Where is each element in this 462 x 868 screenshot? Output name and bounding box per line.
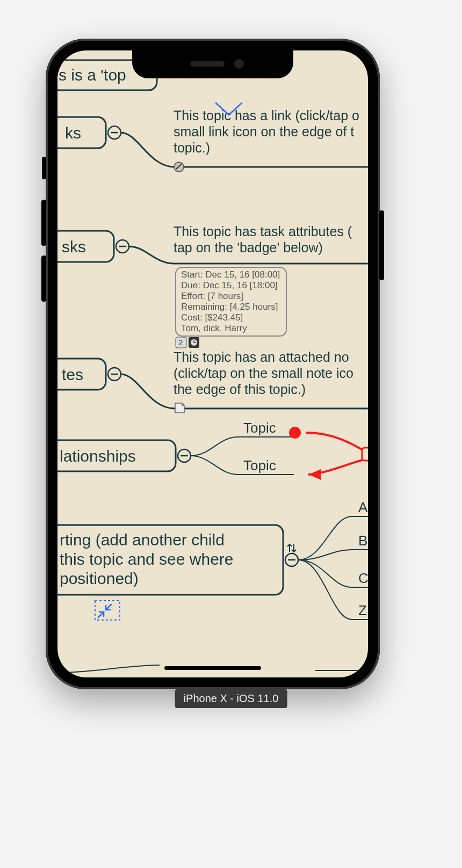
screen: s is a 'top ks This topic has a link (cl… (57, 50, 368, 677)
task-badge-line-5: Tom, dick, Harry (181, 323, 247, 333)
sorting-line-1: rting (add another child (60, 531, 225, 549)
notes-desc-1: This topic has an attached no (174, 349, 349, 364)
tasks-desc-1: This topic has task attributes ( (174, 224, 352, 239)
relationship-endpoint-icon[interactable] (289, 427, 301, 439)
sorting-line-2: this topic and see where (60, 550, 234, 568)
relationship-child-2[interactable]: Topic (243, 457, 276, 473)
phone-frame: s is a 'top ks This topic has a link (cl… (46, 39, 380, 689)
mindmap-canvas[interactable]: s is a 'top ks This topic has a link (cl… (57, 50, 368, 677)
topic-root-label: s is a 'top (59, 66, 126, 84)
relationship-child-1[interactable]: Topic (243, 420, 276, 436)
volume-down-button[interactable] (41, 256, 46, 302)
relationship-target[interactable] (362, 448, 368, 461)
task-badge-line-1: Due: Dec 15, 16 [18:00] (181, 280, 278, 290)
sorting-child-z[interactable]: Z (358, 602, 367, 618)
svg-marker-13 (309, 469, 321, 480)
task-badge-line-2: Effort: [7 hours] (181, 291, 243, 301)
topic-tasks-label: sks (62, 238, 86, 256)
note-icon[interactable] (175, 403, 184, 413)
notch (132, 50, 293, 78)
task-badge-line-3: Remaining: [4.25 hours] (181, 302, 278, 312)
volume-up-button[interactable] (41, 200, 46, 246)
notes-desc-3: the edge of this topic.) (174, 382, 306, 397)
power-button[interactable] (379, 210, 384, 280)
links-desc-3: topic.) (174, 140, 210, 155)
mute-switch[interactable] (42, 157, 46, 179)
sorting-child-c[interactable]: C (358, 570, 368, 586)
notes-desc-2: (click/tap on the small note ico (174, 366, 353, 381)
sorting-line-3: positioned) (60, 570, 139, 587)
tasks-desc-2: tap on the 'badge' below) (174, 240, 323, 255)
priority-number: 2 (178, 338, 183, 347)
topic-relationships-label: lationships (60, 447, 136, 465)
topic-notes-label: tes (62, 366, 83, 383)
task-badge-line-0: Start: Dec 15, 16 [08:00] (181, 269, 280, 280)
sorting-child-a[interactable]: A (358, 499, 368, 515)
task-badge-line-4: Cost: [$243.45] (181, 312, 243, 323)
svg-line-22 (106, 604, 111, 610)
topic-links-label: ks (65, 124, 81, 142)
links-desc-1: This topic has a link (click/tap o (174, 108, 359, 123)
sorting-child-b[interactable]: B (358, 533, 367, 549)
device-label: iPhone X - iOS 11.0 (175, 689, 287, 708)
svg-line-23 (98, 612, 104, 617)
home-indicator[interactable] (164, 666, 261, 670)
links-desc-2: small link icon on the edge of t (174, 124, 354, 139)
recenter-icon[interactable] (95, 601, 120, 620)
